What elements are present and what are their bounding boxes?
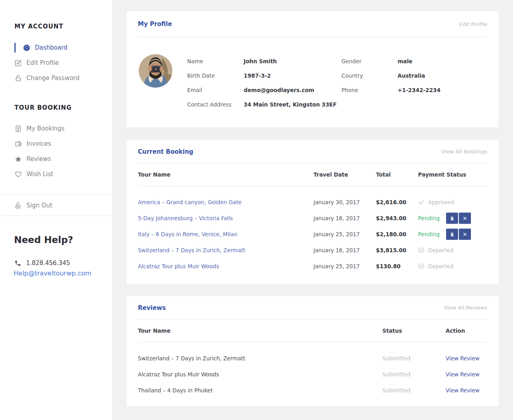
- payment-status: Departed: [428, 247, 453, 253]
- travel-date: January 25, 2017: [313, 263, 376, 269]
- current-booking-title: Current Booking: [138, 148, 193, 155]
- cancel-button[interactable]: ✕: [459, 213, 471, 224]
- help-phone-number: 1.828.456.345: [26, 259, 70, 267]
- help-email-link[interactable]: Help@traveltourwp.com: [14, 269, 91, 277]
- sidebar-divider: [0, 215, 112, 216]
- col-tour-name: Tour Name: [138, 328, 382, 334]
- lock-icon: [14, 74, 22, 82]
- sidebar-item-label: Invoices: [26, 140, 51, 147]
- review-status: Submitted: [382, 387, 446, 394]
- sidebar-item-dashboard[interactable]: Dashboard: [0, 42, 112, 53]
- tour-name-link[interactable]: Switzerland – 7 Days in Zurich, Zermatt: [138, 247, 313, 253]
- sidebar-item-label: Reviews: [26, 155, 51, 163]
- sidebar-item-reviews[interactable]: Reviews: [0, 154, 112, 164]
- col-travel-date: Travel Date: [313, 171, 376, 178]
- reviews-title: Reviews: [138, 304, 166, 311]
- payment-status: Departed: [428, 263, 453, 269]
- col-tour-name: Tour Name: [138, 171, 313, 178]
- booking-row: Italy – 6 Days in Rome, Venice, Milan Ja…: [138, 226, 487, 242]
- check-icon: [418, 199, 424, 205]
- field-value: 34 Main Street, Kingston 33EF: [244, 101, 341, 108]
- tour-name-link[interactable]: Alcatraz Tour plus Muir Woods: [138, 263, 313, 269]
- view-review-link[interactable]: View Review: [446, 355, 487, 362]
- tour-name-link[interactable]: Italy – 6 Days in Rome, Venice, Milan: [138, 231, 313, 237]
- travel-date: January 16, 2017: [313, 247, 376, 253]
- col-payment-status: Payment Status: [418, 171, 487, 178]
- field-label: Email: [187, 87, 244, 93]
- current-booking-card: Current Booking View All Bookings Tour N…: [127, 140, 499, 284]
- pay-button[interactable]: $: [446, 229, 458, 240]
- sidebar-item-wish-list[interactable]: Wish List: [0, 169, 112, 179]
- sidebar-item-label: My Bookings: [26, 125, 65, 132]
- total-amount: $3,815.00: [376, 247, 418, 253]
- sidebar-item-label: Sign Out: [26, 202, 53, 209]
- pay-button[interactable]: $: [446, 213, 458, 224]
- reviews-table-header: Tour Name Status Action: [138, 320, 487, 342]
- cancel-button[interactable]: ✕: [459, 229, 471, 240]
- total-amount: $2,943.00: [376, 215, 418, 221]
- field-label: Phone: [341, 87, 398, 93]
- tour-name-link[interactable]: America – Grand canyon, Golden Gate: [138, 199, 313, 205]
- view-all-reviews-link[interactable]: View All Reviews: [444, 305, 487, 311]
- booking-row: Switzerland – 7 Days in Zurich, Zermatt …: [138, 242, 487, 258]
- payment-status: Pending: [418, 215, 446, 221]
- field-label: Birth Date: [187, 72, 244, 79]
- field-value: male: [398, 58, 487, 64]
- booking-table-header: Tour Name Travel Date Total Payment Stat…: [138, 163, 487, 186]
- unlock-icon: [14, 202, 22, 209]
- active-indicator-bar: [14, 43, 16, 52]
- heart-icon: [14, 171, 22, 178]
- review-row: Switzerland – 7 Days in Zurich, Zermatt …: [138, 350, 487, 366]
- tour-name-link[interactable]: 5-Day Johannesburg – Victoria Falls: [138, 215, 313, 221]
- sidebar-item-label: Dashboard: [35, 44, 67, 51]
- sidebar-item-label: Change Password: [26, 74, 79, 82]
- review-status: Submitted: [382, 371, 446, 378]
- edit-profile-link[interactable]: Edit Profile: [459, 21, 487, 27]
- col-status: Status: [382, 328, 446, 334]
- circle-check-icon: [418, 247, 424, 253]
- field-value: 1987-3-2: [244, 72, 341, 79]
- sidebar-item-change-password[interactable]: Change Password: [0, 73, 112, 83]
- field-value: John Smith: [244, 58, 341, 64]
- need-help-title: Need Help?: [14, 235, 73, 245]
- reviews-card: Reviews View All Reviews Tour Name Statu…: [127, 296, 499, 406]
- total-amount: $2,180.00: [376, 231, 418, 237]
- field-value: demo@goodlayers.com: [244, 87, 341, 93]
- sidebar-item-label: Wish List: [26, 171, 53, 178]
- phone-icon: [14, 260, 21, 267]
- sidebar-heading-my-account: MY ACCOUNT: [14, 23, 63, 30]
- sidebar-item-sign-out[interactable]: Sign Out: [0, 200, 112, 211]
- bookings-icon: [14, 125, 22, 133]
- sidebar-item-invoices[interactable]: Invoices: [0, 139, 112, 149]
- sidebar-item-edit-profile[interactable]: Edit Profile: [0, 58, 112, 68]
- sidebar-heading-tour-booking: TOUR BOOKING: [14, 104, 72, 111]
- review-row: Alcatraz Tour plus Muir Woods Submitted …: [138, 366, 487, 382]
- field-value: Australia: [398, 72, 487, 79]
- field-label: Country: [341, 72, 398, 79]
- field-value: +1-2342-2234: [398, 87, 487, 93]
- review-row: Thailand – 4 Days in Phuket Submitted Vi…: [138, 382, 487, 398]
- circle-check-icon: [418, 263, 424, 269]
- booking-row: Alcatraz Tour plus Muir Woods January 25…: [138, 258, 487, 274]
- view-review-link[interactable]: View Review: [446, 387, 487, 394]
- tour-name: Thailand – 4 Days in Phuket: [138, 387, 382, 394]
- profile-avatar: [139, 54, 172, 88]
- travel-date: January 25, 2017: [313, 231, 376, 237]
- help-phone: 1.828.456.345: [14, 259, 70, 267]
- star-icon: [14, 155, 22, 163]
- sidebar-divider: [0, 195, 112, 195]
- tour-name: Alcatraz Tour plus Muir Woods: [138, 371, 382, 378]
- review-status: Submitted: [382, 355, 446, 362]
- field-label: Gender: [341, 58, 398, 64]
- field-label: Name: [187, 58, 244, 64]
- sidebar-item-my-bookings[interactable]: My Bookings: [0, 123, 112, 134]
- payment-status: Pending: [418, 231, 446, 237]
- edit-icon: [14, 59, 22, 67]
- wallet-icon: [14, 140, 22, 148]
- travel-date: January 16, 2017: [313, 215, 376, 221]
- field-label: Contact Address: [187, 101, 244, 108]
- view-review-link[interactable]: View Review: [446, 371, 487, 378]
- profile-fields: Name John Smith Gender male Birth Date 1…: [187, 54, 487, 112]
- view-all-bookings-link[interactable]: View All Bookings: [442, 149, 487, 155]
- col-action: Action: [446, 328, 487, 334]
